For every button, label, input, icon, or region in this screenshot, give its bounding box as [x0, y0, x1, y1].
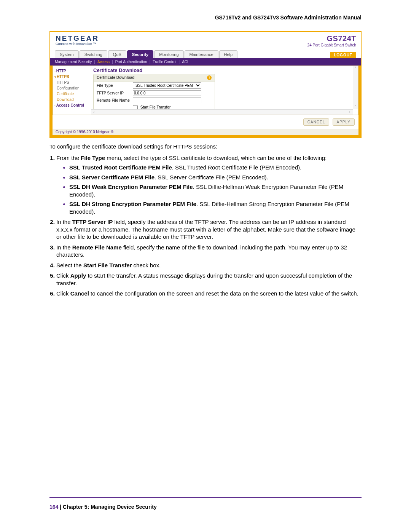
- start-transfer-label: Start File Transfer: [140, 105, 170, 109]
- tab-help[interactable]: Help: [219, 50, 238, 58]
- copyright: Copyright © 1996-2010 Netgear ®: [53, 129, 358, 135]
- scroll-up-icon[interactable]: ˄: [355, 66, 357, 71]
- sidebar-https-config[interactable]: HTTPS Configuration: [54, 80, 89, 91]
- step-1: From the File Type menu, select the type…: [56, 154, 362, 216]
- bullet-ssl-server: SSL Server Certificate PEM File. SSL Ser…: [69, 174, 362, 181]
- tab-security[interactable]: Security: [127, 50, 153, 58]
- remote-file-label: Remote File Name: [97, 98, 133, 102]
- sidebar-http[interactable]: HTTP: [56, 69, 66, 73]
- manual-header: GS716Tv2 and GS724Tv3 Software Administr…: [49, 14, 362, 21]
- sidebar-cert-download[interactable]: Certificate Download: [54, 91, 89, 102]
- panel-box-title: Certificate Download: [97, 75, 134, 80]
- footer-rule: [49, 497, 362, 498]
- horizontal-scrollbar[interactable]: ‹ ›: [91, 109, 353, 115]
- scroll-left-icon[interactable]: ‹: [92, 110, 96, 114]
- subtab-acl[interactable]: ACL: [182, 60, 189, 64]
- vertical-scrollbar[interactable]: ˄ ˅: [353, 66, 358, 109]
- scroll-right-icon[interactable]: ›: [347, 110, 352, 114]
- step-4: Select the Start File Transfer check box…: [56, 262, 362, 269]
- intro-paragraph: To configure the certificate download se…: [49, 143, 362, 150]
- sidebar-https[interactable]: HTTPS: [57, 75, 69, 79]
- subtab-access[interactable]: Access: [97, 60, 110, 64]
- brand-logo: NETGEAR: [56, 34, 99, 43]
- cancel-button[interactable]: CANCEL: [303, 118, 330, 126]
- brand-tagline: Connect with Innovation ™: [56, 42, 99, 46]
- bullet-ssl-dh-strong: SSL DH Strong Encryption Parameter PEM F…: [69, 200, 362, 215]
- subtab-port-auth[interactable]: Port Authentication: [115, 60, 147, 64]
- scroll-down-icon[interactable]: ˅: [355, 104, 357, 109]
- model-name: GS724T: [307, 34, 356, 43]
- apply-button[interactable]: APPLY: [333, 118, 355, 126]
- remote-file-input[interactable]: [133, 97, 201, 103]
- bullet-ssl-dh-weak: SSL DH Weak Encryption Parameter PEM Fil…: [69, 183, 362, 198]
- help-icon[interactable]: ?: [207, 75, 212, 80]
- step-2: In the TFTP Server IP field, specify the…: [56, 218, 362, 241]
- logout-button[interactable]: LOGOUT: [330, 52, 356, 58]
- sidebar-access-control[interactable]: Access Control: [56, 103, 84, 107]
- tftp-label: TFTP Server IP: [97, 91, 133, 95]
- tab-maintenance[interactable]: Maintenance: [185, 50, 218, 58]
- panel-title: Certificate Download: [93, 67, 356, 73]
- step-5: Click Apply to start the transfer. A sta…: [56, 272, 362, 287]
- page-footer: 164 | Chapter 5: Managing Device Securit…: [49, 504, 157, 510]
- tftp-input[interactable]: [133, 90, 201, 96]
- step-6: Click Cancel to cancel the configuration…: [56, 290, 362, 297]
- subtab-traffic-ctrl[interactable]: Traffic Control: [153, 60, 176, 64]
- sidebar: ›HTTP ▾HTTPS HTTPS Configuration Certifi…: [53, 66, 91, 115]
- file-type-select[interactable]: SSL Trusted Root Certificate PEM File: [133, 82, 201, 89]
- screenshot-netgear-ui: NETGEAR Connect with Innovation ™ GS724T…: [49, 31, 362, 138]
- tab-monitoring[interactable]: Monitoring: [154, 50, 183, 58]
- model-sub: 24 Port Gigabit Smart Switch: [307, 43, 356, 47]
- file-type-label: File Type: [97, 83, 133, 88]
- subtab-mgmt-security[interactable]: Management Security: [55, 60, 92, 64]
- tab-switching[interactable]: Switching: [80, 50, 107, 58]
- bullet-ssl-root: SSL Trusted Root Certificate PEM File. S…: [69, 164, 362, 171]
- step-3: In the Remote File Name field, specify t…: [56, 244, 362, 259]
- tab-system[interactable]: System: [55, 50, 79, 58]
- tab-qos[interactable]: QoS: [108, 50, 126, 58]
